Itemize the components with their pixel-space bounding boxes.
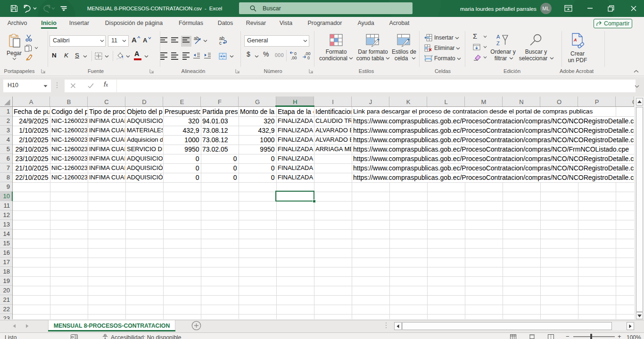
svg-text:A: A	[573, 38, 577, 42]
svg-text:,00: ,00	[291, 56, 297, 60]
svg-text:c: c	[219, 40, 222, 45]
svg-text:A: A	[496, 34, 500, 40]
svg-text:0: 0	[307, 56, 310, 60]
svg-text:Z: Z	[496, 40, 500, 46]
